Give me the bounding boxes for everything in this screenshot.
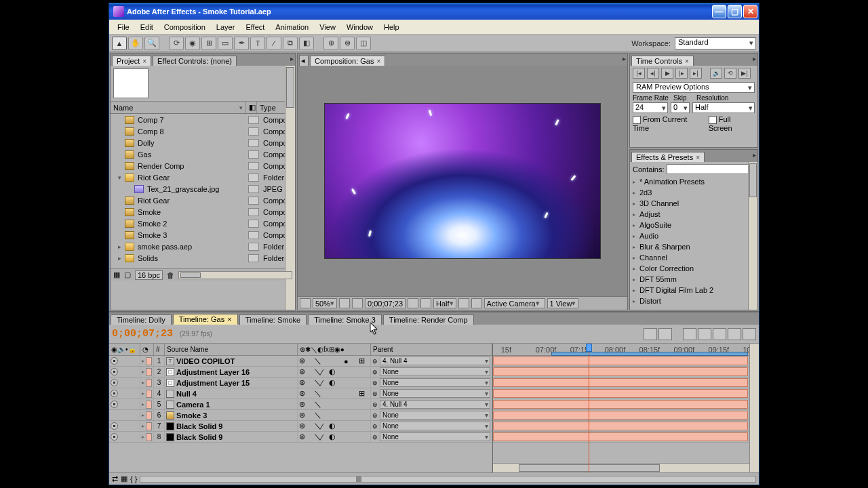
layer-row[interactable]: ▸ 8 Black Solid 9 ⊛ ＼ ∕ ◐ ⊚None bbox=[109, 432, 492, 443]
play-button[interactable]: ▶ bbox=[661, 68, 673, 79]
composition-viewer[interactable] bbox=[298, 66, 627, 296]
new-folder-icon[interactable]: ▢ bbox=[124, 270, 131, 279]
skip-input[interactable]: 0 bbox=[671, 102, 690, 113]
layer-track[interactable] bbox=[493, 432, 759, 443]
cti-head[interactable] bbox=[586, 344, 592, 352]
parent-select[interactable]: None bbox=[380, 411, 490, 420]
effect-category[interactable]: ▸* Animation Presets bbox=[630, 176, 757, 187]
toggle-modes-icon[interactable]: ▦ bbox=[121, 474, 127, 483]
frame-blend-icon[interactable] bbox=[698, 328, 711, 340]
full-screen-check[interactable]: Full Screen bbox=[709, 115, 755, 132]
layer-row[interactable]: ▸ 6 Smoke 3 ⊛ ＼ ⊚None bbox=[109, 410, 492, 421]
project-item[interactable]: ▾Riot GearFolder bbox=[111, 171, 295, 183]
project-hscroll[interactable] bbox=[178, 271, 292, 279]
effect-category[interactable]: ▸Channel bbox=[630, 252, 757, 263]
hide-shy-icon[interactable] bbox=[683, 328, 696, 340]
layer-row[interactable]: ▸ 1 TVIDEO COPILOT ⊛ ＼ ● ⊞ ⊚4. Null 4 bbox=[109, 356, 492, 367]
effects-search-input[interactable] bbox=[667, 164, 757, 174]
close-icon[interactable]: × bbox=[142, 58, 146, 65]
project-item[interactable]: ▸smoke pass.aepFolder bbox=[111, 241, 295, 252]
effect-category[interactable]: ▸Color Correction bbox=[630, 263, 757, 274]
effect-category[interactable]: ▸Adjust bbox=[630, 209, 757, 220]
timeline-zoom-slider[interactable] bbox=[140, 476, 756, 483]
expand-icon[interactable]: { } bbox=[130, 475, 137, 483]
menu-window[interactable]: Window bbox=[341, 22, 378, 33]
eraser-tool[interactable]: ◧ bbox=[299, 37, 314, 50]
menu-composition[interactable]: Composition bbox=[159, 22, 211, 33]
roi-icon[interactable] bbox=[458, 298, 469, 308]
effects-vscroll[interactable] bbox=[748, 162, 757, 310]
close-icon[interactable]: × bbox=[696, 154, 700, 161]
parent-select[interactable]: None bbox=[380, 378, 490, 387]
source-col[interactable]: Source Name bbox=[165, 344, 298, 355]
effects-list[interactable]: ▸* Animation Presets▸2d3▸3D Channel▸Adju… bbox=[630, 176, 757, 306]
project-item[interactable]: Comp 8Compo bbox=[111, 125, 295, 137]
project-col-name[interactable]: Name▾ bbox=[111, 102, 246, 113]
menu-help[interactable]: Help bbox=[378, 22, 405, 33]
project-item[interactable]: Riot GearCompo bbox=[111, 195, 295, 206]
timeline-tab[interactable]: Timeline: Smoke bbox=[239, 314, 307, 325]
effect-category[interactable]: ▸3D Channel bbox=[630, 198, 757, 209]
first-frame-button[interactable]: |◂ bbox=[633, 68, 645, 79]
next-frame-button[interactable]: |▸ bbox=[675, 68, 688, 79]
menu-view[interactable]: View bbox=[314, 22, 341, 33]
layer-row[interactable]: ▸ 7 Black Solid 9 ⊛ ＼ ∕ ◐ ⊚None bbox=[109, 421, 492, 432]
panel-menu-icon[interactable]: ▸ bbox=[623, 55, 626, 62]
layer-track[interactable] bbox=[493, 421, 759, 432]
rect-tool[interactable]: ▭ bbox=[218, 37, 233, 50]
menu-animation[interactable]: Animation bbox=[270, 22, 314, 33]
workspace-select[interactable]: Standard bbox=[675, 37, 756, 49]
effect-category[interactable]: ▸2d3 bbox=[630, 187, 757, 198]
menu-edit[interactable]: Edit bbox=[135, 22, 159, 33]
3dview-select[interactable]: Active Camera bbox=[484, 298, 545, 308]
text-tool[interactable]: T bbox=[250, 37, 265, 50]
ram-options-select[interactable]: RAM Preview Options bbox=[633, 82, 755, 93]
project-item[interactable]: Render CompCompo bbox=[111, 160, 295, 171]
zoom-tool[interactable]: 🔍 bbox=[144, 37, 159, 50]
title-bar[interactable]: Adobe After Effects - Smoke Tutorial.aep… bbox=[109, 3, 759, 20]
project-item[interactable]: DollyCompo bbox=[111, 137, 295, 148]
hand-tool[interactable]: ✋ bbox=[128, 37, 143, 50]
menu-file[interactable]: File bbox=[112, 22, 135, 33]
project-item[interactable]: Smoke 3Compo bbox=[111, 229, 295, 241]
panel-menu-icon[interactable]: ▸ bbox=[753, 151, 756, 159]
local-axis-tool[interactable]: ⊕ bbox=[323, 37, 338, 50]
layer-row[interactable]: ▸ 5 Camera 1 ⊛ ＼ ⊚4. Null 4 bbox=[109, 399, 492, 410]
brainstorm-icon[interactable] bbox=[728, 328, 741, 340]
effects-presets-tab[interactable]: Effects & Presets× bbox=[631, 152, 705, 162]
brush-tool[interactable]: ⁄ bbox=[267, 37, 281, 50]
layer-row[interactable]: ▸ 3 Adjustment Layer 15 ⊛ ＼ ∕ ◐ ⊚None bbox=[109, 378, 492, 388]
snapshot-icon[interactable] bbox=[408, 298, 418, 308]
close-icon[interactable]: × bbox=[376, 58, 380, 65]
project-list[interactable]: Comp 7CompoComp 8CompoDollyCompoGasCompo… bbox=[111, 114, 295, 268]
composition-canvas[interactable] bbox=[325, 104, 600, 258]
prev-frame-button[interactable]: ◂| bbox=[647, 68, 659, 79]
parent-select[interactable]: None bbox=[380, 367, 490, 376]
channel-icon[interactable] bbox=[420, 298, 431, 308]
maximize-button[interactable]: ▢ bbox=[728, 5, 742, 18]
timeline-current-time[interactable]: 0;00;07;23 bbox=[112, 328, 173, 340]
project-item[interactable]: GasCompo bbox=[111, 148, 295, 160]
last-frame-button[interactable]: ▸| bbox=[690, 68, 702, 79]
project-item[interactable]: Comp 7Compo bbox=[111, 114, 295, 125]
camera-tool[interactable]: ◉ bbox=[185, 37, 200, 50]
resolution-input[interactable]: Half bbox=[692, 102, 755, 113]
timeline-hscroll[interactable] bbox=[493, 463, 749, 472]
project-item[interactable]: Tex_21_grayscale.jpgJPEG bbox=[111, 183, 295, 195]
motion-blur-icon[interactable] bbox=[713, 328, 726, 340]
parent-select[interactable]: None bbox=[380, 389, 490, 398]
draft3d-icon[interactable] bbox=[658, 328, 672, 340]
layer-track[interactable] bbox=[493, 378, 759, 388]
timeline-vscroll[interactable] bbox=[749, 344, 759, 472]
minimize-button[interactable]: — bbox=[712, 5, 726, 18]
effect-category[interactable]: ▸AlgoSuite bbox=[630, 220, 757, 230]
current-time[interactable]: 0;00;07;23 bbox=[365, 298, 406, 308]
layer-track[interactable] bbox=[493, 367, 759, 378]
audio-button[interactable]: 🔊 bbox=[710, 68, 722, 79]
timeline-tab[interactable]: Timeline: Gas× bbox=[173, 314, 238, 325]
panel-menu-icon[interactable]: ▸ bbox=[290, 55, 294, 62]
rotate-tool[interactable]: ⟳ bbox=[169, 37, 184, 50]
project-col-label[interactable]: ◧ bbox=[246, 102, 257, 113]
from-current-time-check[interactable]: From Current Time bbox=[633, 115, 703, 132]
current-time-indicator[interactable] bbox=[589, 344, 589, 472]
